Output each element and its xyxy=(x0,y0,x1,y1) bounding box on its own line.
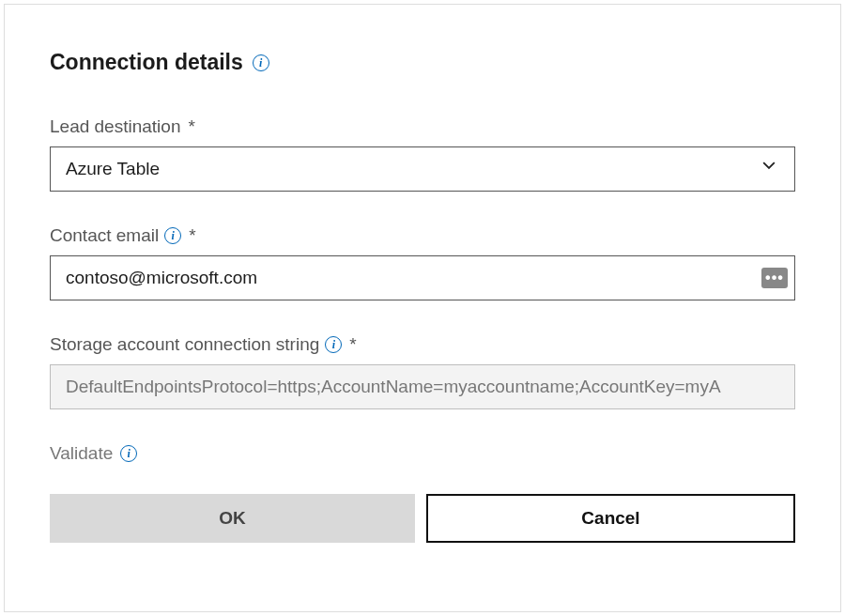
page-title: Connection details xyxy=(50,50,243,75)
connection-string-group: Storage account connection string i * xyxy=(50,334,795,409)
lead-destination-group: Lead destination * Azure Table xyxy=(50,116,795,192)
required-marker: * xyxy=(349,334,356,355)
info-icon[interactable]: i xyxy=(325,336,342,353)
lead-destination-label-row: Lead destination * xyxy=(50,116,795,137)
connection-string-input-wrap xyxy=(50,364,795,409)
lead-destination-select-wrap: Azure Table xyxy=(50,146,795,192)
ellipsis-icon: ••• xyxy=(765,270,784,285)
info-icon[interactable]: i xyxy=(164,227,181,244)
heading-row: Connection details i xyxy=(50,50,795,75)
validate-row: Validate i xyxy=(50,443,795,464)
lead-destination-select[interactable]: Azure Table xyxy=(50,146,795,192)
lead-destination-value: Azure Table xyxy=(66,159,160,179)
connection-string-label-row: Storage account connection string i * xyxy=(50,334,795,355)
contact-email-label-row: Contact email i * xyxy=(50,225,795,246)
required-marker: * xyxy=(188,116,194,137)
lead-destination-label: Lead destination xyxy=(50,116,180,137)
info-icon[interactable]: i xyxy=(120,445,137,462)
connection-string-label: Storage account connection string xyxy=(50,334,319,355)
cancel-button[interactable]: Cancel xyxy=(426,494,795,543)
contact-email-input-wrap: ••• xyxy=(50,255,795,300)
contact-email-group: Contact email i * ••• xyxy=(50,225,795,300)
contact-email-more-button[interactable]: ••• xyxy=(761,268,788,288)
connection-string-field[interactable] xyxy=(50,364,795,409)
required-marker: * xyxy=(189,225,195,246)
button-row: OK Cancel xyxy=(50,494,795,543)
info-icon[interactable]: i xyxy=(253,54,269,71)
ok-button[interactable]: OK xyxy=(50,494,415,543)
validate-link[interactable]: Validate xyxy=(50,443,113,464)
contact-email-label: Contact email xyxy=(50,225,159,246)
connection-details-panel: Connection details i Lead destination * … xyxy=(4,4,841,612)
contact-email-field[interactable] xyxy=(50,255,795,300)
